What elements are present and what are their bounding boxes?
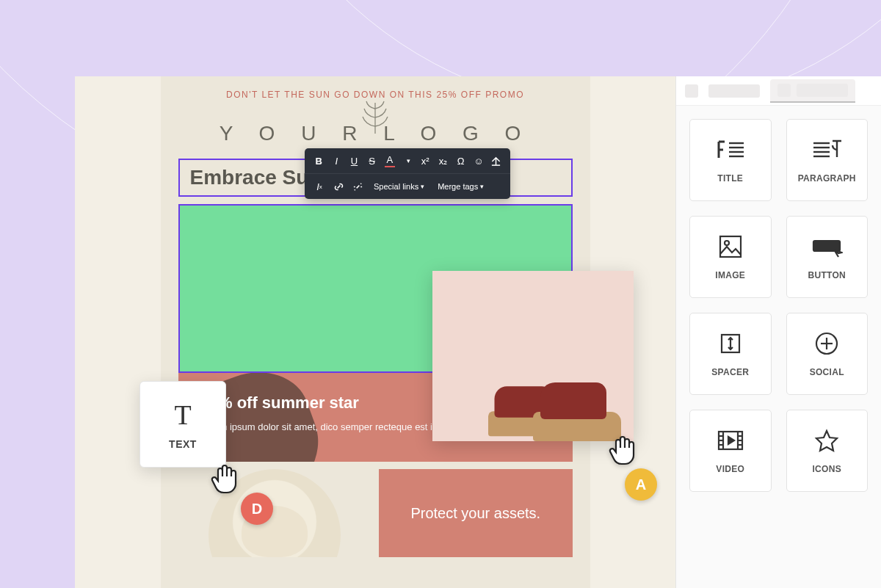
- block-label: ICONS: [812, 464, 841, 474]
- social-icon: [811, 330, 843, 360]
- blocks-sidebar: TITLEPARAGRAPHIMAGEBUTTONSPACERSOCIALVID…: [675, 76, 881, 588]
- collaborator-badge-d: D: [241, 493, 273, 525]
- svg-point-9: [725, 241, 729, 245]
- cursor-hand-icon: [606, 433, 639, 468]
- button-icon: [811, 233, 843, 263]
- block-label: SPACER: [711, 367, 749, 377]
- block-spacer[interactable]: SPACER: [689, 313, 772, 395]
- tab-active[interactable]: [770, 79, 855, 103]
- block-social[interactable]: SOCIAL: [786, 313, 869, 395]
- assets-card[interactable]: Protect your assets.: [379, 469, 573, 557]
- underline-button[interactable]: U: [346, 152, 362, 170]
- editor-app: DON'T LET THE SUN GO DOWN ON THIS 25% OF…: [75, 76, 881, 588]
- block-label: VIDEO: [716, 464, 744, 474]
- logo-text: Y O U R L O G O: [161, 107, 590, 153]
- link-button[interactable]: [330, 178, 347, 195]
- block-label: IMAGE: [715, 270, 745, 280]
- paragraph-icon: [811, 137, 843, 166]
- superscript-button[interactable]: x²: [417, 152, 433, 170]
- tab-placeholder[interactable]: [685, 84, 698, 98]
- text-format-toolbar[interactable]: B I U S A ▾ x² x₂ Ω ☺ Ix Special links▾ …: [305, 148, 510, 199]
- dragging-text-block[interactable]: T TEXT: [139, 381, 226, 468]
- special-links-dropdown[interactable]: Special links▾: [368, 178, 430, 195]
- block-icons[interactable]: ICONS: [786, 410, 869, 492]
- subscript-button[interactable]: x₂: [435, 152, 451, 170]
- text-color-chevron[interactable]: ▾: [399, 152, 416, 170]
- tab-placeholder[interactable]: [708, 84, 760, 98]
- plant-icon: [359, 98, 391, 135]
- block-button[interactable]: BUTTON: [786, 216, 869, 298]
- block-image[interactable]: IMAGE: [689, 216, 772, 298]
- block-video[interactable]: VIDEO: [689, 410, 772, 492]
- unlink-button[interactable]: [349, 178, 366, 195]
- block-label: SOCIAL: [810, 367, 844, 377]
- special-char-button[interactable]: Ω: [453, 152, 469, 170]
- text-block-label: TEXT: [169, 438, 197, 450]
- clear-format-button[interactable]: Ix: [311, 178, 328, 195]
- collaborator-badge-a: A: [625, 468, 657, 501]
- sidebar-tabs[interactable]: [676, 76, 881, 106]
- emoji-button[interactable]: ☺: [471, 152, 487, 170]
- canvas-area[interactable]: DON'T LET THE SUN GO DOWN ON THIS 25% OF…: [75, 76, 675, 588]
- merge-tags-dropdown[interactable]: Merge tags▾: [432, 178, 490, 195]
- svg-rect-8: [720, 236, 741, 257]
- bold-button[interactable]: B: [311, 152, 327, 170]
- text-color-button[interactable]: A: [382, 152, 398, 170]
- text-block-icon: T: [174, 399, 191, 431]
- block-label: TITLE: [717, 173, 743, 184]
- block-label: PARAGRAPH: [798, 173, 856, 184]
- block-paragraph[interactable]: PARAGRAPH: [786, 119, 869, 201]
- spacer-icon: [714, 330, 747, 360]
- image-icon: [714, 233, 747, 263]
- italic-button[interactable]: I: [328, 152, 344, 170]
- cursor-hand-icon: [208, 462, 242, 497]
- insert-button[interactable]: [488, 152, 504, 170]
- block-title[interactable]: TITLE: [689, 119, 772, 201]
- video-icon: [714, 427, 747, 457]
- block-label: BUTTON: [808, 270, 846, 280]
- strikethrough-button[interactable]: S: [364, 152, 380, 170]
- shoe-graphic: [533, 375, 621, 441]
- dragging-image[interactable]: [432, 271, 634, 441]
- title-icon: [714, 137, 747, 166]
- icons-icon: [811, 427, 843, 457]
